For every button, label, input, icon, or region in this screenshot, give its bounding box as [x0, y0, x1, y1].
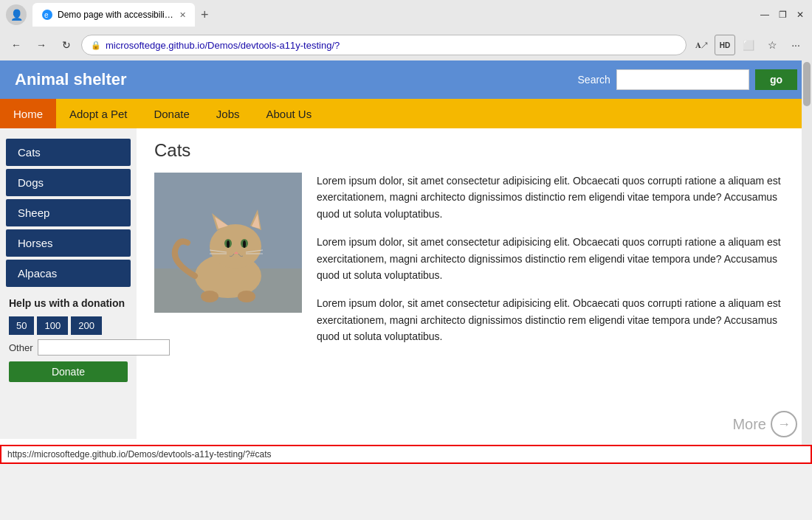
address-bar: ← → ↻ 🔒 microsoftedge.github.io/Demos/de…	[0, 30, 812, 60]
amount-50-button[interactable]: 50	[9, 316, 34, 335]
nav-item-about-label: About Us	[266, 108, 312, 120]
nav-item-adopt-label: Adopt a Pet	[69, 108, 127, 120]
other-row: Other	[9, 339, 128, 356]
content-body: Lorem ipsum dolor, sit amet consectetur …	[154, 173, 794, 357]
new-tab-button[interactable]: +	[195, 7, 215, 23]
paragraph-2: Lorem ipsum dolor, sit amet consectetur …	[317, 234, 794, 283]
hd-button[interactable]: HD	[715, 35, 735, 55]
nav-item-jobs[interactable]: Jobs	[203, 99, 253, 128]
user-icon: 👤	[10, 9, 23, 21]
website: Animal shelter Search go Home Adopt a Pe…	[0, 60, 812, 445]
svg-point-5	[210, 224, 261, 268]
status-url: https://microsoftedge.github.io/Demos/de…	[7, 449, 272, 460]
read-aloud-button[interactable]: 𝐀↗	[691, 35, 712, 55]
tab-title: Demo page with accessibility issu	[58, 10, 175, 20]
scrollbar[interactable]	[802, 60, 812, 445]
window-controls: — ❐ ✕	[759, 9, 806, 21]
nav-item-jobs-label: Jobs	[216, 108, 240, 120]
minimize-button[interactable]: —	[759, 9, 771, 21]
back-button[interactable]: ←	[6, 35, 27, 55]
svg-point-20	[238, 291, 255, 302]
sidebar-item-horses[interactable]: Horses	[6, 229, 131, 257]
text-blocks: Lorem ipsum dolor, sit amet consectetur …	[317, 173, 794, 357]
paragraph-3: Lorem ipsum dolor, sit amet consectetur …	[317, 295, 794, 344]
sidebar-item-sheep[interactable]: Sheep	[6, 199, 131, 226]
nav-item-home-label: Home	[13, 108, 43, 120]
more-circle-icon[interactable]: →	[771, 411, 797, 437]
nav-item-donate-label: Donate	[154, 108, 189, 120]
more-label: More	[732, 416, 766, 433]
nav-item-about[interactable]: About Us	[252, 99, 325, 128]
title-bar: 👤 e Demo page with accessibility issu ✕ …	[0, 0, 812, 30]
main-content: Cats	[137, 128, 812, 439]
search-button[interactable]: go	[755, 69, 797, 90]
svg-text:e: e	[44, 11, 49, 19]
donate-button[interactable]: Donate	[9, 361, 128, 382]
favorite-button[interactable]: ☆	[762, 35, 782, 55]
donation-box: Help us with a donation 50 100 200 Other…	[0, 290, 137, 389]
tab-favicon: e	[41, 9, 53, 21]
browser-chrome: 👤 e Demo page with accessibility issu ✕ …	[0, 0, 812, 60]
address-url: microsoftedge.github.io/Demos/devtools-a…	[106, 40, 340, 51]
nav-item-adopt[interactable]: Adopt a Pet	[56, 99, 140, 128]
refresh-button[interactable]: ↻	[56, 35, 77, 55]
address-actions: 𝐀↗ HD ⬜ ☆ ···	[691, 35, 806, 55]
svg-point-13	[243, 240, 246, 248]
paragraph-1: Lorem ipsum dolor, sit amet consectetur …	[317, 173, 794, 222]
site-title: Animal shelter	[15, 70, 578, 89]
svg-point-12	[227, 240, 230, 248]
donation-amounts: 50 100 200	[9, 316, 128, 335]
cast-button[interactable]: ⬜	[738, 35, 759, 55]
sidebar: Cats Dogs Sheep Horses Alpacas Help us w…	[0, 128, 137, 439]
search-area: Search go	[578, 69, 797, 90]
close-button[interactable]: ✕	[794, 9, 806, 21]
status-bar: https://microsoftedge.github.io/Demos/de…	[0, 445, 812, 464]
svg-point-19	[201, 291, 219, 302]
page-title: Cats	[154, 140, 794, 161]
search-input[interactable]	[616, 69, 749, 90]
nav-menu: Home Adopt a Pet Donate Jobs About Us	[0, 99, 812, 128]
user-avatar[interactable]: 👤	[6, 4, 27, 25]
lock-icon: 🔒	[91, 41, 101, 50]
amount-100-button[interactable]: 100	[37, 316, 68, 335]
nav-item-home[interactable]: Home	[0, 99, 56, 128]
forward-button[interactable]: →	[31, 35, 52, 55]
donation-title: Help us with a donation	[9, 297, 128, 309]
more-area[interactable]: More →	[732, 411, 797, 437]
nav-item-donate[interactable]: Donate	[140, 99, 202, 128]
restore-button[interactable]: ❐	[777, 9, 788, 21]
tab-close-button[interactable]: ✕	[179, 10, 186, 20]
browser-tab[interactable]: e Demo page with accessibility issu ✕	[32, 3, 195, 27]
amount-200-button[interactable]: 200	[71, 316, 102, 335]
search-label: Search	[578, 74, 610, 86]
sidebar-item-cats[interactable]: Cats	[6, 139, 131, 166]
sidebar-item-alpacas[interactable]: Alpacas	[6, 260, 131, 287]
content-area: Cats Dogs Sheep Horses Alpacas Help us w…	[0, 128, 812, 439]
more-button[interactable]: ···	[785, 35, 806, 55]
cat-image	[154, 173, 302, 313]
site-header: Animal shelter Search go	[0, 60, 812, 99]
other-label: Other	[9, 342, 33, 353]
address-input[interactable]: 🔒 microsoftedge.github.io/Demos/devtools…	[81, 35, 687, 55]
sidebar-item-dogs[interactable]: Dogs	[6, 169, 131, 196]
scrollbar-thumb[interactable]	[803, 62, 811, 106]
